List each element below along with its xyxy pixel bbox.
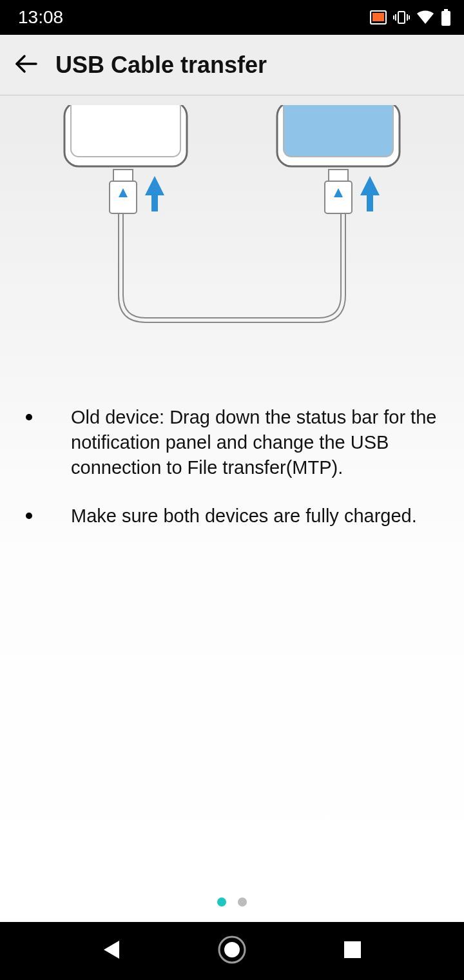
vibrate-icon	[393, 10, 410, 24]
instruction-text: Make sure both devices are fully charged…	[71, 505, 417, 526]
nav-home-button[interactable]	[213, 932, 251, 970]
nav-home-icon	[217, 935, 247, 967]
nav-back-icon	[101, 938, 122, 964]
page-title: USB Cable transfer	[55, 52, 267, 79]
page-dot-active	[217, 897, 226, 906]
svg-rect-14	[284, 102, 393, 157]
svg-rect-16	[113, 170, 133, 181]
usb-transfer-illustration	[0, 95, 464, 398]
page-indicator	[0, 897, 464, 906]
status-icons	[370, 9, 451, 26]
status-time: 13:08	[18, 7, 63, 28]
svg-rect-27	[344, 941, 361, 958]
svg-rect-19	[329, 170, 348, 181]
svg-rect-11	[71, 102, 180, 157]
instruction-list: Old device: Drag down the status bar for…	[0, 398, 464, 553]
page-dot	[238, 897, 247, 906]
content-area[interactable]: Old device: Drag down the status bar for…	[0, 95, 464, 922]
svg-rect-2	[398, 12, 405, 23]
nav-recent-button[interactable]	[333, 932, 372, 970]
wifi-icon	[416, 10, 434, 24]
svg-marker-22	[145, 176, 164, 211]
svg-rect-7	[444, 9, 448, 11]
svg-marker-23	[360, 176, 380, 211]
svg-marker-24	[104, 941, 119, 959]
status-bar: 13:08	[0, 0, 464, 35]
svg-rect-15	[274, 102, 403, 105]
instruction-item: Make sure both devices are fully charged…	[26, 504, 438, 529]
back-button[interactable]	[12, 51, 40, 79]
nav-recent-icon	[343, 940, 362, 962]
instruction-text: Old device: Drag down the status bar for…	[71, 407, 436, 478]
battery-icon	[441, 9, 451, 26]
app-bar: USB Cable transfer	[0, 35, 464, 95]
instruction-item: Old device: Drag down the status bar for…	[26, 405, 438, 480]
svg-rect-1	[372, 13, 384, 21]
cast-icon	[370, 10, 387, 24]
svg-point-26	[224, 942, 240, 957]
navigation-bar	[0, 922, 464, 980]
arrow-left-icon	[13, 51, 39, 79]
nav-back-button[interactable]	[92, 932, 131, 970]
svg-rect-12	[61, 102, 190, 105]
svg-rect-8	[441, 11, 450, 26]
